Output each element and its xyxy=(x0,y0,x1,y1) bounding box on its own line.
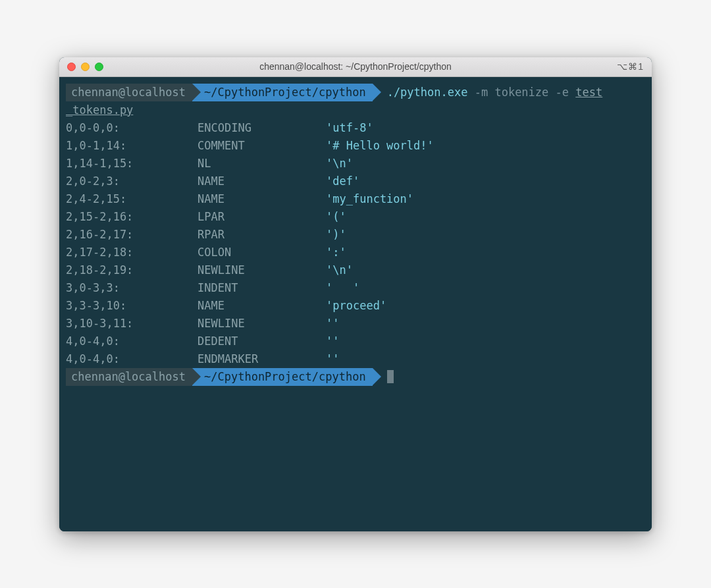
terminal-body[interactable]: chennan@localhost ~/CpythonProject/cpyth… xyxy=(59,77,652,531)
token-value: ' ' xyxy=(326,279,359,297)
token-row: 1,0-1,14:COMMENT'# Hello world!' xyxy=(59,137,652,155)
prompt-host: chennan@localhost xyxy=(66,368,192,386)
token-value: ')' xyxy=(326,226,346,244)
token-row: 2,17-2,18:COLON':' xyxy=(59,244,652,261)
token-value: '' xyxy=(326,333,339,350)
token-type: NEWLINE xyxy=(198,261,326,279)
token-type: NEWLINE xyxy=(198,315,326,333)
token-row: 2,18-2,19:NEWLINE'\n' xyxy=(59,261,652,279)
token-type: DEDENT xyxy=(198,333,326,350)
token-position: 2,16-2,17: xyxy=(66,226,198,244)
token-position: 2,18-2,19: xyxy=(66,261,198,279)
token-value: '# Hello world!' xyxy=(326,137,434,155)
token-value: 'proceed' xyxy=(326,297,386,315)
token-position: 3,3-3,10: xyxy=(66,297,198,315)
token-row: 2,15-2,16:LPAR'(' xyxy=(59,208,652,226)
prompt-line-1: chennan@localhost ~/CpythonProject/cpyth… xyxy=(59,84,652,101)
token-row: 3,3-3,10:NAME'proceed' xyxy=(59,297,652,315)
command-flags: -m tokenize -e xyxy=(475,86,569,99)
terminal-window: chennan@localhost: ~/CpythonProject/cpyt… xyxy=(59,57,652,531)
token-type: INDENT xyxy=(198,279,326,297)
command-executable: ./python.exe xyxy=(387,86,468,99)
token-position: 0,0-0,0: xyxy=(66,119,198,137)
token-type: NAME xyxy=(198,297,326,315)
cursor-icon xyxy=(387,370,394,383)
token-position: 4,0-4,0: xyxy=(66,350,198,368)
token-position: 1,14-1,15: xyxy=(66,155,198,173)
token-type: RPAR xyxy=(198,226,326,244)
prompt-host: chennan@localhost xyxy=(66,84,192,101)
token-value: 'utf-8' xyxy=(326,119,373,137)
close-icon[interactable] xyxy=(67,63,76,71)
window-title: chennan@localhost: ~/CpythonProject/cpyt… xyxy=(59,61,652,72)
token-type: ENCODING xyxy=(198,119,326,137)
token-row: 0,0-0,0:ENCODING'utf-8' xyxy=(59,119,652,137)
maximize-icon[interactable] xyxy=(95,63,103,71)
token-type: NAME xyxy=(198,190,326,208)
token-value: '' xyxy=(326,350,339,368)
token-position: 3,0-3,3: xyxy=(66,279,198,297)
token-value: '' xyxy=(326,315,339,333)
token-row: 4,0-4,0:ENDMARKER'' xyxy=(59,350,652,368)
token-type: COMMENT xyxy=(198,137,326,155)
prompt-line-2: chennan@localhost ~/CpythonProject/cpyth… xyxy=(59,368,652,386)
token-type: COLON xyxy=(198,244,326,261)
token-output: 0,0-0,0:ENCODING'utf-8'1,0-1,14:COMMENT'… xyxy=(59,119,652,368)
token-position: 1,0-1,14: xyxy=(66,137,198,155)
token-position: 4,0-4,0: xyxy=(66,333,198,350)
token-type: NL xyxy=(198,155,326,173)
prompt-path: ~/CpythonProject/cpython xyxy=(192,368,373,386)
token-row: 2,4-2,15:NAME'my_function' xyxy=(59,190,652,208)
window-shortcut-label: ⌥⌘1 xyxy=(617,61,644,72)
titlebar: chennan@localhost: ~/CpythonProject/cpyt… xyxy=(59,57,652,77)
token-value: '\n' xyxy=(326,261,353,279)
minimize-icon[interactable] xyxy=(81,63,90,71)
token-value: '(' xyxy=(326,208,346,226)
token-type: LPAR xyxy=(198,208,326,226)
token-position: 2,0-2,3: xyxy=(66,173,198,190)
token-position: 2,17-2,18: xyxy=(66,244,198,261)
prompt-path: ~/CpythonProject/cpython xyxy=(192,84,373,101)
traffic-lights xyxy=(67,63,103,71)
token-type: NAME xyxy=(198,173,326,190)
token-value: '\n' xyxy=(326,155,353,173)
token-row: 1,14-1,15:NL'\n' xyxy=(59,155,652,173)
command-arg: test xyxy=(575,86,602,99)
token-row: 2,0-2,3:NAME'def' xyxy=(59,173,652,190)
command-arg-wrap: _tokens.py xyxy=(59,101,652,119)
token-position: 3,10-3,11: xyxy=(66,315,198,333)
token-position: 2,4-2,15: xyxy=(66,190,198,208)
token-value: 'def' xyxy=(326,173,359,190)
token-type: ENDMARKER xyxy=(198,350,326,368)
token-value: ':' xyxy=(326,244,346,261)
token-row: 4,0-4,0:DEDENT'' xyxy=(59,333,652,350)
token-row: 3,10-3,11:NEWLINE'' xyxy=(59,315,652,333)
token-value: 'my_function' xyxy=(326,190,413,208)
token-position: 2,15-2,16: xyxy=(66,208,198,226)
token-row: 2,16-2,17:RPAR')' xyxy=(59,226,652,244)
command-text: ./python.exe -m tokenize -e test xyxy=(373,84,603,101)
token-row: 3,0-3,3:INDENT' ' xyxy=(59,279,652,297)
